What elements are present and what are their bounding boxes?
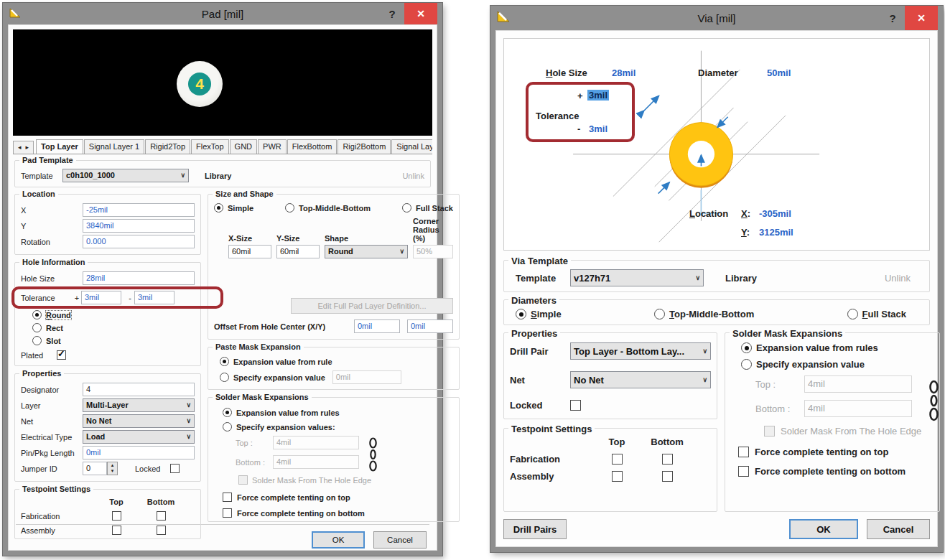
spinner-down-icon[interactable]: ▾ <box>108 468 117 474</box>
help-button[interactable]: ? <box>380 3 404 24</box>
edit-full-pad-layer-button: Edit Full Pad Layer Definition... <box>291 298 453 314</box>
designator-field[interactable]: 4 <box>83 383 195 396</box>
solder-specify-radio[interactable]: Specify expansion values: <box>223 422 335 431</box>
layer-label: Layer <box>21 401 83 410</box>
unlink-label[interactable]: Unlink <box>885 273 911 284</box>
link-chain-icon[interactable] <box>928 380 939 424</box>
locked-checkbox[interactable] <box>570 400 581 411</box>
pad-template-select[interactable]: c0h100_1000 ∨ <box>62 169 189 182</box>
offset-y-field[interactable]: 0mil <box>407 319 453 333</box>
tab-rigi2bottom[interactable]: Rigi2Bottom <box>338 139 391 154</box>
drill-pair-select[interactable]: Top Layer - Bottom Lay... ∨ <box>570 342 711 360</box>
tenting-top-label[interactable]: Force complete tenting on top <box>237 493 350 502</box>
tolerance-plus-field[interactable]: 3mil <box>587 90 609 101</box>
tenting-bottom-label[interactable]: Force complete tenting on bottom <box>237 509 365 518</box>
xsize-field[interactable]: 60mil <box>228 245 271 258</box>
pad-preview-canvas[interactable]: 4 <box>13 29 432 136</box>
tab-flexbottom[interactable]: FlexBottom <box>287 139 338 154</box>
size-top-middle-bottom-radio[interactable]: Top-Middle-Bottom <box>285 203 371 213</box>
spinner-up-icon[interactable]: ▴ <box>108 462 117 468</box>
fabrication-bottom-checkbox[interactable] <box>662 454 673 465</box>
testpoint-bottom-header: Bottom <box>147 498 175 506</box>
tab-rigid2top[interactable]: Rigid2Top <box>145 139 190 154</box>
fabrication-top-checkbox[interactable] <box>112 511 121 521</box>
shape-select[interactable]: Round ∨ <box>325 245 408 258</box>
paste-rule-radio[interactable]: Expansion value from rule <box>220 357 332 366</box>
locked-checkbox[interactable] <box>170 464 180 473</box>
net-select[interactable]: No Net ∨ <box>570 371 711 388</box>
diameter-value[interactable]: 50mil <box>767 67 791 78</box>
x-field[interactable]: -25mil <box>83 203 195 217</box>
solder-rules-radio[interactable]: Expansion value from rules <box>741 342 878 353</box>
tolerance-plus-field[interactable]: 3mil <box>81 291 121 304</box>
location-x-value[interactable]: -305mil <box>759 208 791 219</box>
assembly-bottom-checkbox[interactable] <box>157 526 166 535</box>
tenting-top-checkbox[interactable] <box>738 447 749 457</box>
fabrication-bottom-checkbox[interactable] <box>157 511 166 521</box>
via-titlebar[interactable]: Via [mil] ? ✕ <box>495 6 938 30</box>
plus-sign: + <box>577 90 583 101</box>
tenting-bottom-checkbox[interactable] <box>738 466 749 477</box>
diameters-top-middle-bottom-radio[interactable]: Top-Middle-Bottom <box>654 309 754 319</box>
y-field[interactable]: 3840mil <box>83 219 195 233</box>
size-full-stack-radio[interactable]: Full Stack <box>402 203 453 213</box>
ok-button[interactable]: OK <box>312 531 365 549</box>
layer-select[interactable]: Multi-Layer ∨ <box>83 398 195 412</box>
tab-signal-layer-2[interactable]: Signal Layer 2 <box>391 139 432 154</box>
plated-checkbox[interactable] <box>57 350 66 360</box>
testpoint-bottom-header: Bottom <box>651 437 684 447</box>
hole-shape-round-radio[interactable]: Round <box>32 310 195 319</box>
help-button[interactable]: ? <box>880 6 905 30</box>
tenting-bottom-label[interactable]: Force complete tenting on bottom <box>755 466 906 477</box>
pad-titlebar[interactable]: Pad [mil] ? ✕ <box>8 3 437 24</box>
chevron-down-icon: ∨ <box>699 347 707 355</box>
tab-scroll-left-icon[interactable]: ◂ <box>18 144 22 151</box>
pin-pkg-length-field[interactable]: 0mil <box>83 446 195 459</box>
tolerance-minus-field[interactable]: 3mil <box>589 123 608 134</box>
location-y-value[interactable]: 3125mil <box>759 227 793 238</box>
tenting-top-label[interactable]: Force complete tenting on top <box>755 447 888 457</box>
solder-specify-radio[interactable]: Specify expansion value <box>741 359 865 370</box>
link-chain-icon[interactable] <box>368 437 378 473</box>
electrical-type-select[interactable]: Load ∨ <box>83 430 195 444</box>
paste-specify-radio[interactable]: Specify expansion value <box>220 373 325 382</box>
fabrication-top-checkbox[interactable] <box>612 454 623 465</box>
location-legend: Location <box>19 190 58 198</box>
net-label: Net <box>21 417 83 426</box>
rotation-field[interactable]: 0.000 <box>83 235 195 248</box>
hole-size-value[interactable]: 28mil <box>612 67 636 78</box>
tab-scroll-right-icon[interactable]: ▸ <box>26 144 29 151</box>
unlink-label[interactable]: Unlink <box>402 172 424 180</box>
ysize-field[interactable]: 60mil <box>276 245 320 258</box>
close-icon[interactable]: ✕ <box>905 6 938 30</box>
tenting-bottom-checkbox[interactable] <box>223 508 232 518</box>
via-template-select[interactable]: v127h71 ∨ <box>570 269 704 286</box>
close-icon[interactable]: ✕ <box>404 3 437 24</box>
tab-signal-layer-1[interactable]: Signal Layer 1 <box>84 139 144 154</box>
jumper-id-field[interactable]: 0 <box>83 462 107 475</box>
tenting-top-checkbox[interactable] <box>223 493 232 502</box>
drill-pairs-button[interactable]: Drill Pairs <box>503 519 567 539</box>
cancel-button[interactable]: Cancel <box>373 531 427 549</box>
ok-button[interactable]: OK <box>789 519 858 539</box>
tab-pwr[interactable]: PWR <box>258 139 287 154</box>
diameters-full-stack-radio[interactable]: Full Stack <box>847 309 906 319</box>
hole-shape-rect-radio[interactable]: Rect <box>32 323 195 332</box>
assembly-top-checkbox[interactable] <box>612 471 623 482</box>
tolerance-minus-field[interactable]: 3mil <box>134 291 174 304</box>
hole-size-field[interactable]: 28mil <box>83 271 195 285</box>
cancel-button[interactable]: Cancel <box>867 519 930 539</box>
jumper-id-stepper[interactable]: ▴ ▾ <box>107 462 118 475</box>
solder-rules-radio[interactable]: Expansion value from rules <box>223 408 340 417</box>
net-select[interactable]: No Net ∨ <box>83 414 195 428</box>
tab-top-layer[interactable]: Top Layer <box>36 139 83 154</box>
tab-gnd[interactable]: GND <box>230 139 257 154</box>
diameters-simple-radio[interactable]: Simple <box>516 309 562 319</box>
assembly-bottom-checkbox[interactable] <box>662 471 673 482</box>
offset-x-field[interactable]: 0mil <box>354 319 400 333</box>
assembly-top-checkbox[interactable] <box>112 526 121 535</box>
tab-flextop[interactable]: FlexTop <box>191 139 229 154</box>
size-simple-radio[interactable]: Simple <box>214 203 253 213</box>
hole-shape-slot-radio[interactable]: Slot <box>32 336 195 345</box>
template-label: Template <box>516 273 570 284</box>
